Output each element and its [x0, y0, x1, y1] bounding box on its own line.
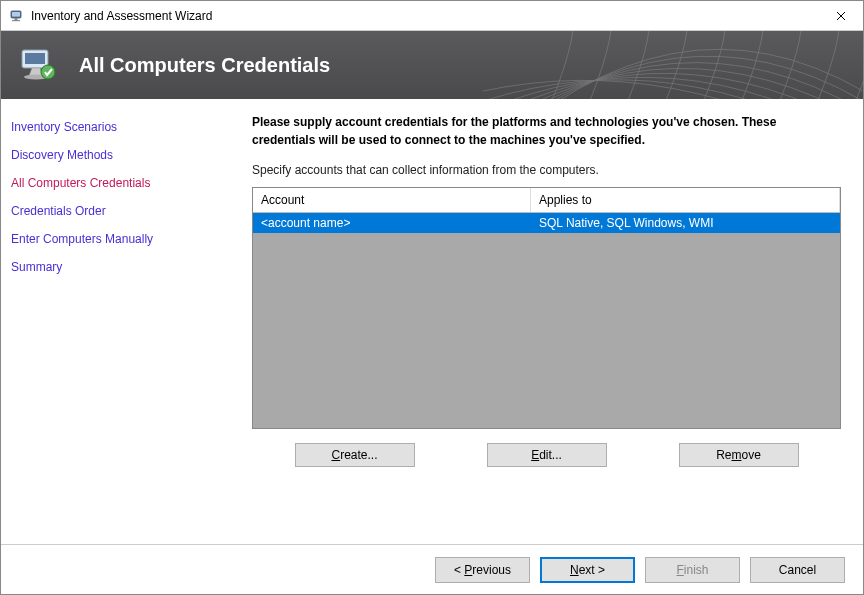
svg-rect-2 [15, 18, 18, 20]
step-enter-computers-manually[interactable]: Enter Computers Manually [11, 225, 206, 253]
banner-mesh-decoration [483, 31, 863, 99]
svg-point-7 [41, 65, 55, 79]
cancel-button[interactable]: Cancel [750, 557, 845, 583]
content-area: Inventory Scenarios Discovery Methods Al… [1, 99, 863, 544]
step-summary[interactable]: Summary [11, 253, 206, 281]
grid-body: <account name> SQL Native, SQL Windows, … [253, 213, 840, 428]
banner-computer-icon [17, 44, 59, 86]
next-button[interactable]: Next > [540, 557, 635, 583]
main-panel: Please supply account credentials for th… [216, 99, 863, 544]
app-icon [9, 8, 25, 24]
col-applies-header[interactable]: Applies to [531, 188, 840, 212]
wizard-steps-sidebar: Inventory Scenarios Discovery Methods Al… [1, 99, 216, 544]
finish-button: Finish [645, 557, 740, 583]
create-button[interactable]: Create... [295, 443, 415, 467]
svg-rect-5 [25, 53, 45, 64]
close-button[interactable] [818, 1, 863, 31]
grid-row[interactable]: <account name> SQL Native, SQL Windows, … [253, 213, 840, 233]
banner-title: All Computers Credentials [79, 54, 330, 77]
grid-header: Account Applies to [253, 188, 840, 213]
previous-button[interactable]: < Previous [435, 557, 530, 583]
banner: All Computers Credentials [1, 31, 863, 99]
instruction-sub: Specify accounts that can collect inform… [252, 163, 841, 177]
window-title: Inventory and Assessment Wizard [31, 9, 212, 23]
instruction-heading: Please supply account credentials for th… [252, 113, 841, 149]
step-credentials-order[interactable]: Credentials Order [11, 197, 206, 225]
cell-applies: SQL Native, SQL Windows, WMI [531, 213, 840, 233]
svg-rect-1 [12, 12, 20, 17]
credentials-grid[interactable]: Account Applies to <account name> SQL Na… [252, 187, 841, 429]
wizard-footer: < Previous Next > Finish Cancel [1, 544, 863, 594]
titlebar: Inventory and Assessment Wizard [1, 1, 863, 31]
cell-account: <account name> [253, 213, 531, 233]
col-account-header[interactable]: Account [253, 188, 531, 212]
step-discovery-methods[interactable]: Discovery Methods [11, 141, 206, 169]
edit-button[interactable]: Edit... [487, 443, 607, 467]
svg-rect-3 [12, 20, 20, 21]
remove-button[interactable]: Remove [679, 443, 799, 467]
step-inventory-scenarios[interactable]: Inventory Scenarios [11, 113, 206, 141]
grid-action-buttons: Create... Edit... Remove [252, 443, 841, 467]
step-all-computers-credentials[interactable]: All Computers Credentials [11, 169, 206, 197]
